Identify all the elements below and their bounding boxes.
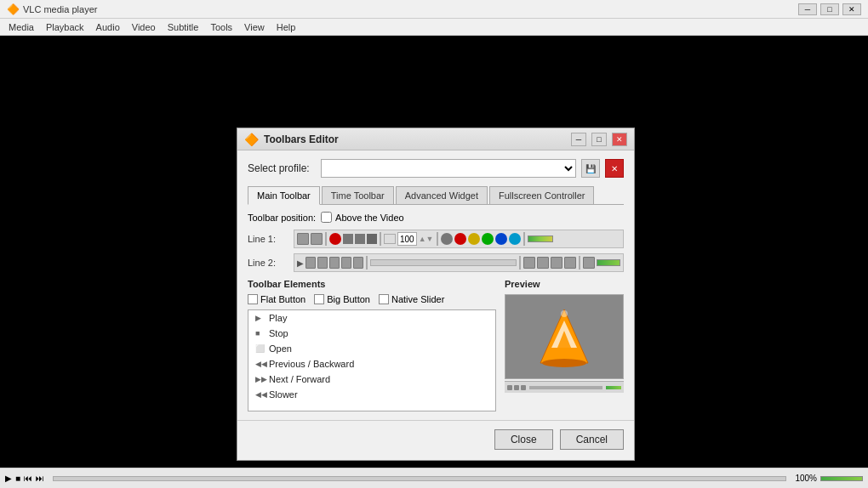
- l2-progress-bar[interactable]: [370, 259, 517, 266]
- tab-fullscreen-controller[interactable]: Fullscreen Controller: [489, 186, 594, 204]
- menu-audio[interactable]: Audio: [91, 20, 125, 34]
- preview-title: Preview: [505, 279, 624, 289]
- menu-tools[interactable]: Tools: [205, 20, 237, 34]
- l2-ctrl5: [353, 257, 363, 269]
- mini-volume: [606, 386, 621, 389]
- close-button[interactable]: Close: [494, 429, 553, 450]
- list-item-play[interactable]: ▶ Play: [248, 310, 495, 326]
- menu-media[interactable]: Media: [3, 20, 39, 34]
- l2-sep3: [579, 256, 580, 270]
- l2-ctrl2: [317, 257, 328, 269]
- dialog-close-button[interactable]: ✕: [612, 133, 627, 146]
- minimize-button[interactable]: ─: [798, 3, 817, 15]
- l1-sep4: [523, 232, 525, 246]
- line1-row: Line 1: 100 ▲▼: [248, 230, 624, 248]
- toolbar-position-label: Toolbar position:: [248, 213, 316, 223]
- play-label: Play: [269, 313, 287, 323]
- toolbar-elements-section: Toolbar Elements Flat Button Big Button: [248, 279, 496, 411]
- tab-advanced-widget[interactable]: Advanced Widget: [396, 186, 488, 204]
- progress-bar-bottom[interactable]: [53, 476, 786, 481]
- next-label: Next / Forward: [269, 374, 330, 384]
- profile-delete-button[interactable]: ✕: [605, 159, 624, 178]
- toolbars-editor-dialog: 🔶 Toolbars Editor ─ □ ✕ Select profile: …: [237, 128, 635, 461]
- app-icon: 🔶: [7, 3, 19, 15]
- play-icon-bottom[interactable]: ▶: [5, 474, 12, 483]
- l2-sep2: [519, 256, 521, 270]
- native-slider-checkbox[interactable]: [379, 294, 389, 304]
- slower-icon: ◀◀: [255, 390, 266, 399]
- main-content: 🔶 Toolbars Editor ─ □ ✕ Select profile: …: [0, 36, 868, 468]
- mini-ctrl-3: [521, 385, 526, 390]
- elements-list[interactable]: ▶ Play ■ Stop ⬜ Open ◀◀: [248, 309, 496, 411]
- stop-label: Stop: [269, 328, 288, 338]
- big-button-text: Big Button: [327, 294, 370, 304]
- cancel-button[interactable]: Cancel: [560, 429, 624, 450]
- mini-ctrl-1: [507, 385, 512, 390]
- big-button-checkbox[interactable]: [314, 294, 324, 304]
- l1-dot5: [495, 233, 507, 245]
- menu-video[interactable]: Video: [127, 20, 161, 34]
- previous-label: Previous / Backward: [269, 359, 354, 369]
- dialog-maximize-button[interactable]: □: [591, 133, 607, 146]
- list-item-slower[interactable]: ◀◀ Slower: [248, 387, 495, 402]
- stop-icon: ■: [255, 329, 266, 338]
- l1-sep1: [325, 232, 327, 246]
- title-bar: 🔶 VLC media player ─ □ ✕: [0, 0, 868, 19]
- dialog-title: Toolbars Editor: [264, 133, 566, 145]
- play-icon: ▶: [255, 314, 266, 322]
- flat-button-text: Flat Button: [260, 294, 306, 304]
- l1-dot2: [454, 233, 466, 245]
- profile-select[interactable]: [321, 159, 576, 178]
- profile-row: Select profile: 💾 ✕: [248, 159, 624, 178]
- l1-ctrl-3: [343, 234, 353, 244]
- menu-bar: Media Playback Audio Video Subtitle Tool…: [0, 19, 868, 36]
- previous-icon: ◀◀: [255, 360, 266, 368]
- menu-help[interactable]: Help: [271, 20, 301, 34]
- tab-main-toolbar[interactable]: Main Toolbar: [248, 186, 320, 205]
- next-icon-bottom[interactable]: ⏭: [36, 474, 44, 483]
- line1-controls: 100 ▲▼: [294, 230, 624, 248]
- above-video-label[interactable]: Above the Video: [321, 212, 404, 223]
- preview-section: Preview: [505, 279, 624, 411]
- l1-ctrl-2: [311, 233, 323, 245]
- flat-button-label[interactable]: Flat Button: [248, 294, 306, 304]
- list-item-stop[interactable]: ■ Stop: [248, 326, 495, 341]
- list-item-previous[interactable]: ◀◀ Previous / Backward: [248, 356, 495, 372]
- open-label: Open: [269, 343, 292, 354]
- vlc-cone-svg: [539, 305, 590, 369]
- toolbar-position-row: Toolbar position: Above the Video: [248, 212, 624, 223]
- volume-slider[interactable]: [528, 235, 553, 242]
- svg-point-4: [561, 310, 568, 317]
- menu-view[interactable]: View: [239, 20, 270, 34]
- tab-time-toolbar[interactable]: Time Toolbar: [322, 186, 394, 204]
- profile-save-button[interactable]: 💾: [581, 159, 600, 178]
- l1-sep2: [380, 232, 381, 246]
- app-title: VLC media player: [23, 4, 798, 14]
- profile-label: Select profile:: [248, 162, 316, 174]
- checkbox-row: Flat Button Big Button Native Slider: [248, 294, 496, 304]
- list-item-open[interactable]: ⬜ Open: [248, 341, 495, 356]
- l2-volume-bar[interactable]: [597, 259, 620, 266]
- stop-icon-bottom[interactable]: ■: [15, 474, 20, 483]
- l2-ctrl8: [551, 257, 562, 269]
- menu-subtitle[interactable]: Subtitle: [163, 20, 204, 34]
- l2-play: ▶: [297, 258, 304, 268]
- volume-spinner[interactable]: ▲▼: [419, 235, 434, 243]
- prev-icon-bottom[interactable]: ⏮: [24, 474, 32, 483]
- l1-ctrl-5: [367, 234, 377, 244]
- l2-volume-area: [583, 257, 620, 269]
- menu-playback[interactable]: Playback: [41, 20, 89, 34]
- big-button-label[interactable]: Big Button: [314, 294, 370, 304]
- list-item-next[interactable]: ▶▶ Next / Forward: [248, 372, 495, 387]
- flat-button-checkbox[interactable]: [248, 294, 258, 304]
- svg-point-3: [542, 359, 586, 367]
- volume-bar-bottom[interactable]: [820, 476, 863, 481]
- native-slider-label[interactable]: Native Slider: [379, 294, 444, 304]
- volume-number: 100: [397, 232, 417, 246]
- maximize-button[interactable]: □: [820, 3, 839, 15]
- dialog-title-bar: 🔶 Toolbars Editor ─ □ ✕: [237, 128, 634, 150]
- above-video-checkbox[interactable]: [321, 212, 332, 223]
- dialog-minimize-button[interactable]: ─: [571, 133, 586, 146]
- l2-ctrl7: [537, 257, 549, 269]
- close-window-button[interactable]: ✕: [842, 3, 861, 15]
